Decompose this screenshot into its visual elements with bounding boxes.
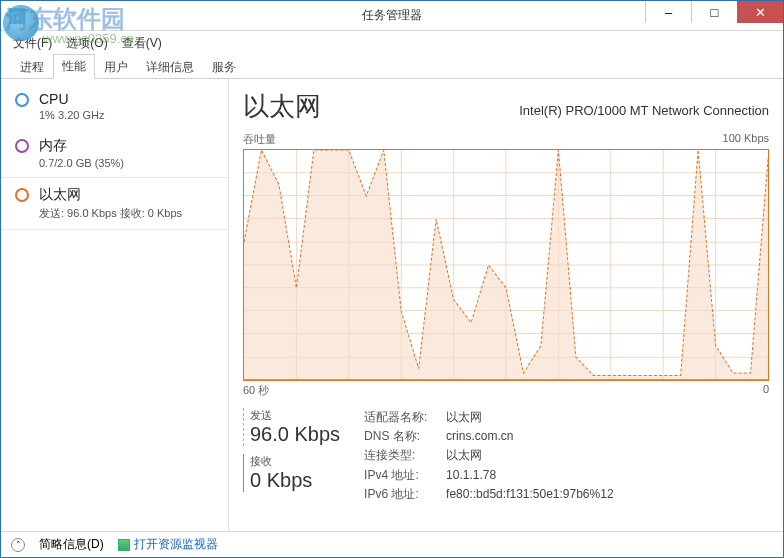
chart-top-labels: 吞吐量 100 Kbps [243, 132, 769, 147]
v-ipv6: fe80::bd5d:f131:50e1:97b6%12 [446, 485, 613, 504]
window-buttons: – □ ✕ [645, 1, 783, 23]
cpu-label: CPU [39, 91, 104, 107]
main-panel: 以太网 Intel(R) PRO/1000 MT Network Connect… [229, 79, 783, 531]
tab-details[interactable]: 详细信息 [137, 55, 203, 79]
v-adapter: 以太网 [446, 408, 482, 427]
cpu-sub: 1% 3.20 GHz [39, 109, 104, 121]
fewer-details-button[interactable]: 简略信息(D) [39, 536, 104, 553]
adapter-name: Intel(R) PRO/1000 MT Network Connection [519, 103, 769, 118]
main-header: 以太网 Intel(R) PRO/1000 MT Network Connect… [243, 89, 769, 124]
maximize-button[interactable]: □ [691, 1, 737, 23]
v-dns: crins.com.cn [446, 427, 513, 446]
send-label: 发送 [250, 408, 340, 423]
memory-sub: 0.7/2.0 GB (35%) [39, 157, 124, 169]
titlebar: 任务管理器 – □ ✕ [1, 1, 783, 31]
menu-options[interactable]: 选项(O) [60, 33, 113, 54]
ethernet-icon [15, 188, 29, 202]
ethernet-label: 以太网 [39, 186, 182, 204]
k-conn: 连接类型: [364, 446, 436, 465]
page-title: 以太网 [243, 89, 321, 124]
k-ipv6: IPv6 地址: [364, 485, 436, 504]
close-button[interactable]: ✕ [737, 1, 783, 23]
tab-processes[interactable]: 进程 [11, 55, 53, 79]
detail-table: 适配器名称:以太网 DNS 名称:crins.com.cn 连接类型:以太网 I… [364, 408, 613, 504]
window-title: 任务管理器 [362, 7, 422, 24]
v-ipv4: 10.1.1.78 [446, 466, 496, 485]
memory-label: 内存 [39, 137, 124, 155]
chart-svg [244, 150, 768, 380]
send-recv-block: 发送 96.0 Kbps 接收 0 Kbps [243, 408, 340, 504]
send-stat: 发送 96.0 Kbps [243, 408, 340, 446]
resmon-icon [118, 539, 130, 551]
chart-bottom-labels: 60 秒 0 [243, 383, 769, 398]
menubar: 文件(F) 选项(O) 查看(V) [1, 31, 783, 55]
chart-top-left: 吞吐量 [243, 132, 276, 147]
throughput-chart [243, 149, 769, 381]
sidebar: CPU 1% 3.20 GHz 内存 0.7/2.0 GB (35%) 以太网 … [1, 79, 229, 531]
ethernet-sub: 发送: 96.0 Kbps 接收: 0 Kbps [39, 206, 182, 221]
cpu-icon [15, 93, 29, 107]
open-resmon-link[interactable]: 打开资源监视器 [118, 536, 218, 553]
sidebar-item-cpu[interactable]: CPU 1% 3.20 GHz [1, 83, 228, 129]
k-dns: DNS 名称: [364, 427, 436, 446]
chevron-up-icon[interactable]: ˄ [11, 538, 25, 552]
v-conn: 以太网 [446, 446, 482, 465]
sidebar-item-memory[interactable]: 内存 0.7/2.0 GB (35%) [1, 129, 228, 177]
footer: ˄ 简略信息(D) 打开资源监视器 [1, 531, 783, 557]
chart-bottom-left: 60 秒 [243, 383, 269, 398]
resmon-label: 打开资源监视器 [134, 536, 218, 553]
menu-view[interactable]: 查看(V) [116, 33, 168, 54]
minimize-button[interactable]: – [645, 1, 691, 23]
recv-label: 接收 [250, 454, 340, 469]
k-adapter: 适配器名称: [364, 408, 436, 427]
chart-bottom-right: 0 [763, 383, 769, 398]
send-value: 96.0 Kbps [250, 423, 340, 446]
sidebar-item-ethernet[interactable]: 以太网 发送: 96.0 Kbps 接收: 0 Kbps [1, 177, 228, 230]
stats-row: 发送 96.0 Kbps 接收 0 Kbps 适配器名称:以太网 DNS 名称:… [243, 408, 769, 504]
tab-services[interactable]: 服务 [203, 55, 245, 79]
k-ipv4: IPv4 地址: [364, 466, 436, 485]
content: CPU 1% 3.20 GHz 内存 0.7/2.0 GB (35%) 以太网 … [1, 79, 783, 531]
tab-users[interactable]: 用户 [95, 55, 137, 79]
tab-performance[interactable]: 性能 [53, 54, 95, 79]
memory-icon [15, 139, 29, 153]
recv-value: 0 Kbps [250, 469, 340, 492]
chart-top-right: 100 Kbps [723, 132, 769, 147]
watermark-logo [3, 5, 39, 41]
tabbar: 进程 性能 用户 详细信息 服务 [1, 55, 783, 79]
recv-stat: 接收 0 Kbps [243, 454, 340, 492]
